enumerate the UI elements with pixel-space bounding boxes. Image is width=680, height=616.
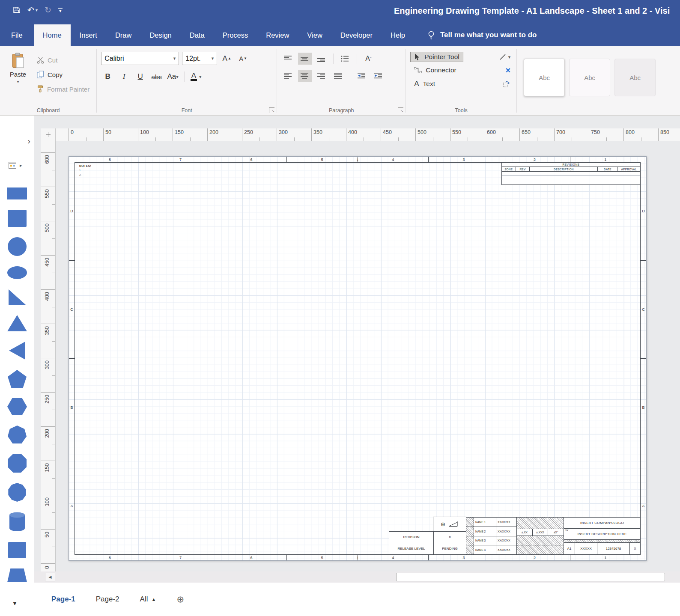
button-separator	[350, 71, 350, 81]
shape-style-swatch[interactable]: Abc	[524, 59, 565, 96]
rotate-tool-button[interactable]	[502, 80, 512, 88]
align-middle-button[interactable]	[298, 53, 312, 65]
horizontal-scrollbar[interactable]: ◀	[34, 571, 680, 583]
strikethrough-button[interactable]: abc	[150, 70, 163, 83]
font-family-select[interactable]: Calibri ▾	[101, 52, 179, 65]
bold-button[interactable]: B	[101, 70, 114, 83]
tolerance-cell: ±X°	[548, 529, 564, 536]
notes-title: NOTES:	[79, 164, 91, 167]
line-tool-button[interactable]: ▾	[499, 54, 513, 60]
zone-label: A	[641, 457, 646, 555]
connector-tool-button[interactable]: Connector	[410, 65, 460, 75]
shape-square-small[interactable]	[8, 542, 26, 558]
shrink-font-button[interactable]: A▼	[236, 52, 250, 65]
horizontal-scrollbar-thumb[interactable]	[396, 573, 665, 581]
tab-review[interactable]: Review	[257, 24, 298, 46]
new-page-button[interactable]: ⊕	[176, 595, 184, 604]
text-tool-button[interactable]: A Text	[410, 78, 439, 89]
tab-process[interactable]: Process	[214, 24, 257, 46]
paragraph-dialog-launcher[interactable]: ↘	[398, 107, 403, 113]
increase-indent-button[interactable]	[372, 70, 385, 82]
pointer-tool-button[interactable]: Pointer Tool	[410, 52, 463, 62]
vertical-ruler-tick: 300	[44, 360, 50, 369]
copy-button[interactable]: Copy	[34, 69, 92, 80]
shape-style-swatch[interactable]: Abc	[614, 59, 656, 96]
shape-left-triangle[interactable]	[9, 342, 25, 360]
format-painter-button[interactable]: Format Painter	[34, 83, 92, 95]
align-left-button[interactable]	[281, 70, 295, 82]
tab-view[interactable]: View	[298, 24, 331, 46]
font-color-button[interactable]: A ▾	[189, 70, 203, 83]
page-tab-all[interactable]: All ▲	[140, 595, 156, 604]
zone-label: 5	[287, 157, 358, 162]
release-level-label: RELEASE LEVEL	[389, 543, 434, 555]
grow-font-button[interactable]: A▲	[220, 52, 233, 65]
tab-insert[interactable]: Insert	[71, 24, 106, 46]
scroll-left-button[interactable]: ◀	[45, 573, 55, 581]
undo-dropdown-caret[interactable]: ▾	[36, 8, 38, 12]
shrink-font-icon: A	[239, 55, 243, 62]
horizontal-ruler-tick: 50	[103, 128, 138, 141]
drawing-page[interactable]: 87654321 87654321 DCBA DCBA ↓ ↑ NOTES: 1…	[69, 156, 647, 561]
tab-file[interactable]: File	[0, 24, 34, 46]
zone-label: 1	[570, 555, 641, 560]
text-direction-button[interactable]: A⌐	[362, 53, 376, 65]
align-center-button[interactable]	[298, 70, 312, 82]
tab-developer[interactable]: Developer	[331, 24, 382, 46]
page-tab-page1[interactable]: Page-1	[51, 595, 75, 604]
underline-button[interactable]: U	[134, 70, 147, 83]
align-left-icon	[284, 72, 292, 79]
name-cell: NAME 1	[474, 518, 496, 527]
shape-cylinder[interactable]	[9, 512, 26, 532]
bullets-button[interactable]	[338, 53, 352, 65]
tab-help[interactable]: Help	[382, 24, 414, 46]
save-button[interactable]	[13, 4, 21, 16]
shape-right-triangle[interactable]	[9, 289, 26, 305]
decrease-indent-button[interactable]	[355, 70, 369, 82]
paste-button[interactable]: Paste ▾	[4, 48, 32, 95]
shape-decagon[interactable]	[8, 483, 27, 502]
copy-label: Copy	[48, 71, 63, 78]
font-size-select[interactable]: 12pt. ▾	[182, 52, 217, 65]
shape-hexagon[interactable]	[7, 398, 27, 415]
redo-icon: ↻	[45, 5, 51, 15]
tab-design[interactable]: Design	[140, 24, 180, 46]
tab-home[interactable]: Home	[34, 24, 71, 46]
shape-heptagon[interactable]	[8, 426, 27, 443]
tab-draw[interactable]: Draw	[106, 24, 141, 46]
shape-circle[interactable]	[8, 237, 27, 256]
shapes-scroll-down-icon[interactable]: ▼	[12, 600, 18, 607]
customize-qat-button[interactable]: ▾	[58, 4, 63, 16]
shape-square[interactable]	[8, 210, 27, 227]
expand-shapes-panel-chevron-icon[interactable]: ›	[27, 136, 30, 146]
align-bottom-button[interactable]	[315, 53, 328, 65]
connection-point-tool-button[interactable]: ×	[506, 66, 513, 74]
change-case-button[interactable]: Aa ▾	[166, 70, 179, 83]
shape-style-swatch[interactable]: Abc	[569, 59, 610, 96]
shape-rectangle[interactable]	[7, 187, 27, 199]
page-tab-page2[interactable]: Page-2	[96, 595, 119, 604]
undo-button[interactable]: ↶ ▾	[27, 4, 38, 16]
vertical-ruler: 600 550 500 450 400 350 300 250 200 150 …	[41, 141, 56, 571]
zone-label: 4	[358, 555, 429, 560]
font-size-value: 12pt.	[185, 55, 201, 62]
shape-triangle[interactable]	[7, 315, 27, 331]
redo-button[interactable]: ↻	[45, 4, 51, 16]
cut-button[interactable]: Cut	[34, 54, 92, 65]
zone-label: 6	[216, 555, 287, 560]
align-right-button[interactable]	[315, 70, 328, 82]
shape-trapezoid[interactable]	[7, 568, 27, 582]
tab-data[interactable]: Data	[181, 24, 214, 46]
italic-button[interactable]: I	[117, 70, 131, 83]
shape-ellipse[interactable]	[7, 266, 27, 279]
stencil-window-button[interactable]: ▸	[9, 161, 22, 170]
shape-pentagon[interactable]	[8, 370, 27, 388]
align-top-button[interactable]	[281, 53, 295, 65]
role-placeholder-cell	[466, 536, 474, 545]
shape-octagon[interactable]	[8, 454, 27, 473]
horizontal-ruler-tick: 350	[311, 128, 346, 141]
font-dialog-launcher[interactable]: ↘	[269, 107, 274, 113]
tell-me-box[interactable]: Tell me what you want to do	[427, 24, 537, 46]
justify-button[interactable]	[331, 70, 345, 82]
decrease-indent-icon	[358, 72, 366, 79]
